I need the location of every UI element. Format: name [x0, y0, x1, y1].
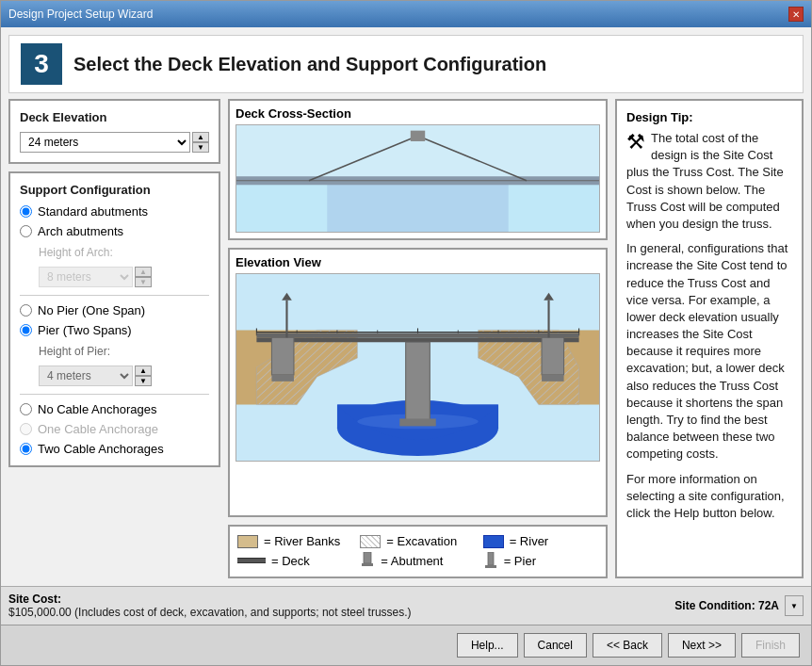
- site-cost-label: Site Cost:: [8, 593, 674, 606]
- no-cable-radio[interactable]: No Cable Anchorages: [20, 402, 209, 416]
- legend-river: = River: [483, 534, 598, 548]
- legend-abutment-label: = Abutment: [381, 554, 443, 568]
- help-button[interactable]: Help...: [457, 633, 518, 658]
- cross-section-svg: [236, 125, 599, 232]
- pier-two-input[interactable]: [20, 324, 32, 336]
- pier-height-label: Height of Pier:: [20, 345, 209, 358]
- legend-grid: = River Banks = Excavation = River: [237, 534, 598, 569]
- no-pier-input[interactable]: [20, 304, 32, 317]
- pier-height-down[interactable]: ▼: [135, 376, 152, 386]
- svg-rect-27: [256, 337, 578, 342]
- design-tip-text1: The total cost of the design is the Site…: [626, 131, 784, 231]
- step-header: 3 Select the Deck Elevation and Support …: [8, 35, 804, 93]
- two-cable-radio[interactable]: Two Cable Anchorages: [20, 442, 209, 456]
- svg-rect-42: [485, 565, 496, 568]
- close-button[interactable]: ✕: [788, 7, 804, 22]
- site-condition-dropdown[interactable]: ▼: [785, 595, 804, 616]
- elevation-view: [235, 273, 600, 462]
- buttons-bar: Help... Cancel << Back Next >> Finish: [1, 625, 811, 665]
- no-pier-radio[interactable]: No Pier (One Span): [20, 303, 209, 317]
- elevation-title: Elevation View: [235, 255, 600, 269]
- main-content: 3 Select the Deck Elevation and Support …: [1, 27, 811, 586]
- svg-rect-34: [399, 418, 436, 426]
- svg-rect-41: [488, 552, 494, 565]
- pier-height-spinner: ▲ ▼: [135, 365, 152, 386]
- no-pier-label: No Pier (One Span): [38, 303, 145, 317]
- standard-abutments-label: Standard abutments: [38, 204, 148, 219]
- legend-excavation: = Excavation: [360, 534, 475, 548]
- legend-deck-icon: [237, 558, 266, 563]
- no-cable-input[interactable]: [20, 403, 32, 415]
- pier-height-select[interactable]: 4 meters 6 meters 8 meters: [39, 365, 133, 386]
- svg-rect-31: [542, 337, 564, 375]
- design-tip-icon-row: ⚒ The total cost of the design is the Si…: [626, 130, 792, 233]
- no-cable-label: No Cable Anchorages: [38, 402, 156, 416]
- standard-abutments-radio[interactable]: Standard abutments: [20, 204, 209, 219]
- design-tip-panel: Design Tip: ⚒ The total cost of the desi…: [615, 99, 804, 578]
- legend-river-banks: = River Banks: [237, 534, 352, 548]
- bottom-bar: Site Cost: $105,000.00 (Includes cost of…: [1, 586, 811, 625]
- site-cost-section: Site Cost: $105,000.00 (Includes cost of…: [8, 593, 674, 619]
- middle-panel: Deck Cross-Section: [228, 99, 608, 578]
- arch-abutments-radio[interactable]: Arch abutments: [20, 224, 209, 238]
- standard-abutments-input[interactable]: [20, 205, 32, 218]
- arch-abutments-input[interactable]: [20, 225, 32, 237]
- deck-elevation-title: Deck Elevation: [20, 110, 209, 124]
- legend-river-banks-icon: [237, 535, 258, 548]
- svg-rect-33: [406, 342, 430, 421]
- cancel-button[interactable]: Cancel: [524, 633, 587, 658]
- arch-height-select: 8 meters: [39, 267, 133, 287]
- arch-abutments-label: Arch abutments: [38, 224, 123, 238]
- cable-radio-group: No Cable Anchorages One Cable Anchorage …: [20, 402, 209, 456]
- masonry-icon: ⚒: [626, 130, 645, 154]
- pier-height-up[interactable]: ▲: [135, 365, 152, 376]
- back-button[interactable]: << Back: [593, 633, 662, 658]
- elevation-panel: Elevation View: [228, 248, 608, 517]
- legend-pier-icon: [483, 552, 498, 569]
- deck-elevation-spinner: ▲ ▼: [192, 132, 209, 153]
- two-cable-input[interactable]: [20, 443, 32, 455]
- legend-excavation-label: = Excavation: [386, 534, 457, 548]
- one-cable-label: One Cable Anchorage: [38, 422, 158, 436]
- step-number: 3: [21, 43, 62, 85]
- svg-marker-32: [542, 375, 564, 382]
- legend-river-banks-label: = River Banks: [264, 534, 340, 548]
- abutment-radio-group: Standard abutments Arch abutments Height…: [20, 204, 209, 287]
- design-tip-text3-wrap: For more information on selecting a site…: [626, 471, 792, 523]
- deck-elevation-down[interactable]: ▼: [192, 142, 209, 153]
- main-window: Design Project Setup Wizard ✕ 3 Select t…: [0, 0, 812, 666]
- svg-rect-28: [256, 333, 578, 337]
- svg-rect-40: [362, 563, 373, 566]
- window-title: Design Project Setup Wizard: [8, 8, 153, 21]
- cross-section-panel: Deck Cross-Section: [228, 99, 608, 240]
- svg-marker-30: [271, 375, 294, 382]
- pier-two-radio[interactable]: Pier (Two Spans): [20, 323, 209, 337]
- site-condition-label: Site Condition: 72A: [674, 599, 779, 612]
- design-tip-text2-wrap: In general, configurations that increase…: [626, 240, 792, 463]
- finish-button: Finish: [741, 633, 800, 658]
- legend-deck-label: = Deck: [271, 554, 310, 568]
- pier-two-label: Pier (Two Spans): [38, 323, 132, 337]
- arch-height-down: ▼: [135, 277, 152, 287]
- one-cable-radio[interactable]: One Cable Anchorage: [20, 422, 209, 436]
- svg-rect-39: [364, 552, 371, 563]
- arch-height-up: ▲: [135, 267, 152, 277]
- title-bar: Design Project Setup Wizard ✕: [1, 1, 811, 27]
- arch-height-row: 8 meters ▲ ▼: [20, 267, 209, 287]
- content-area: Deck Elevation 8 meters 12 meters 16 met…: [8, 99, 804, 578]
- site-cost-value: $105,000.00 (Includes cost of deck, exca…: [8, 606, 674, 619]
- legend-river-icon: [483, 535, 504, 548]
- deck-elevation-up[interactable]: ▲: [192, 132, 209, 142]
- svg-rect-7: [411, 131, 425, 141]
- legend-abutment: = Abutment: [360, 552, 475, 569]
- cross-section-view: [235, 124, 600, 233]
- design-tip-title: Design Tip:: [626, 110, 792, 124]
- legend-excavation-icon: [360, 535, 381, 548]
- legend-river-label: = River: [510, 534, 549, 548]
- deck-elevation-select[interactable]: 8 meters 12 meters 16 meters 20 meters 2…: [20, 132, 190, 153]
- pier-radio-group: No Pier (One Span) Pier (Two Spans) Heig…: [20, 303, 209, 386]
- deck-elevation-section: Deck Elevation 8 meters 12 meters 16 met…: [8, 99, 220, 164]
- design-tip-text3: For more information on selecting a site…: [626, 472, 785, 520]
- left-panel: Deck Elevation 8 meters 12 meters 16 met…: [8, 99, 220, 578]
- next-button[interactable]: Next >>: [668, 633, 736, 658]
